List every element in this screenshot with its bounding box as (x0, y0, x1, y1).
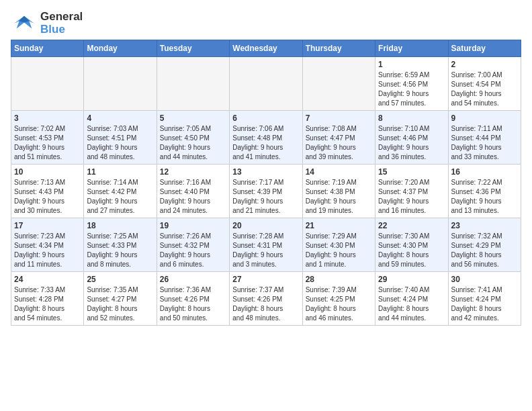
logo-icon (11, 13, 38, 34)
calendar-cell: 10Sunrise: 7:13 AM Sunset: 4:43 PM Dayli… (11, 165, 84, 218)
day-number: 25 (87, 275, 153, 284)
week-row-4: 17Sunrise: 7:23 AM Sunset: 4:34 PM Dayli… (11, 218, 521, 272)
day-number: 2 (451, 60, 518, 69)
calendar-cell: 15Sunrise: 7:20 AM Sunset: 4:37 PM Dayli… (375, 165, 448, 218)
day-number: 10 (14, 167, 81, 177)
day-number: 13 (232, 167, 299, 177)
weekday-header-friday: Friday (375, 40, 448, 57)
day-info: Sunrise: 7:20 AM Sunset: 4:37 PM Dayligh… (378, 178, 445, 216)
calendar-cell: 18Sunrise: 7:25 AM Sunset: 4:33 PM Dayli… (84, 218, 157, 272)
calendar-cell (11, 57, 84, 111)
logo-text-general: General (40, 11, 83, 24)
calendar-cell (157, 57, 229, 111)
calendar-cell: 1Sunrise: 6:59 AM Sunset: 4:56 PM Daylig… (375, 57, 448, 111)
day-info: Sunrise: 7:23 AM Sunset: 4:34 PM Dayligh… (14, 232, 81, 269)
day-number: 7 (306, 113, 372, 123)
calendar-cell: 5Sunrise: 7:05 AM Sunset: 4:50 PM Daylig… (157, 111, 229, 165)
day-number: 22 (378, 221, 445, 230)
calendar-cell (230, 57, 302, 111)
week-row-2: 3Sunrise: 7:02 AM Sunset: 4:53 PM Daylig… (11, 111, 521, 165)
calendar-cell: 24Sunrise: 7:33 AM Sunset: 4:28 PM Dayli… (11, 272, 84, 326)
logo: General Blue (11, 11, 83, 36)
weekday-header-wednesday: Wednesday (230, 40, 302, 57)
day-number: 28 (306, 275, 372, 284)
day-number: 23 (451, 221, 518, 230)
day-info: Sunrise: 7:16 AM Sunset: 4:40 PM Dayligh… (160, 178, 226, 216)
calendar-cell: 26Sunrise: 7:36 AM Sunset: 4:26 PM Dayli… (157, 272, 229, 326)
day-info: Sunrise: 7:40 AM Sunset: 4:24 PM Dayligh… (378, 285, 445, 323)
day-number: 20 (232, 221, 299, 230)
day-number: 3 (14, 113, 81, 123)
calendar-cell: 16Sunrise: 7:22 AM Sunset: 4:36 PM Dayli… (448, 165, 521, 218)
calendar-cell (84, 57, 157, 111)
weekday-header-saturday: Saturday (448, 40, 521, 57)
day-number: 24 (14, 275, 81, 284)
day-info: Sunrise: 7:17 AM Sunset: 4:39 PM Dayligh… (232, 178, 299, 216)
day-number: 16 (451, 167, 518, 177)
day-info: Sunrise: 7:37 AM Sunset: 4:26 PM Dayligh… (232, 285, 299, 323)
day-info: Sunrise: 7:05 AM Sunset: 4:50 PM Dayligh… (160, 124, 226, 162)
calendar-cell: 27Sunrise: 7:37 AM Sunset: 4:26 PM Dayli… (230, 272, 302, 326)
calendar-cell: 22Sunrise: 7:30 AM Sunset: 4:30 PM Dayli… (375, 218, 448, 272)
day-info: Sunrise: 7:33 AM Sunset: 4:28 PM Dayligh… (14, 285, 81, 323)
day-info: Sunrise: 7:19 AM Sunset: 4:38 PM Dayligh… (306, 178, 372, 216)
weekday-header-tuesday: Tuesday (157, 40, 229, 57)
day-info: Sunrise: 7:25 AM Sunset: 4:33 PM Dayligh… (87, 232, 153, 269)
day-info: Sunrise: 7:28 AM Sunset: 4:31 PM Dayligh… (232, 232, 299, 269)
day-number: 19 (160, 221, 226, 230)
day-info: Sunrise: 7:29 AM Sunset: 4:30 PM Dayligh… (306, 232, 372, 269)
day-number: 17 (14, 221, 81, 230)
day-info: Sunrise: 7:30 AM Sunset: 4:30 PM Dayligh… (378, 232, 445, 269)
day-info: Sunrise: 7:32 AM Sunset: 4:29 PM Dayligh… (451, 232, 518, 269)
weekday-header-sunday: Sunday (11, 40, 84, 57)
page: General Blue SundayMondayTuesdayWednesda… (0, 0, 532, 332)
calendar-cell: 14Sunrise: 7:19 AM Sunset: 4:38 PM Dayli… (302, 165, 375, 218)
day-number: 8 (378, 113, 445, 123)
day-number: 9 (451, 113, 518, 123)
day-info: Sunrise: 7:08 AM Sunset: 4:47 PM Dayligh… (306, 124, 372, 162)
week-row-3: 10Sunrise: 7:13 AM Sunset: 4:43 PM Dayli… (11, 165, 521, 218)
calendar-cell: 2Sunrise: 7:00 AM Sunset: 4:54 PM Daylig… (448, 57, 521, 111)
weekday-header-thursday: Thursday (302, 40, 375, 57)
day-info: Sunrise: 7:35 AM Sunset: 4:27 PM Dayligh… (87, 285, 153, 323)
day-number: 15 (378, 167, 445, 177)
calendar-table: SundayMondayTuesdayWednesdayThursdayFrid… (11, 40, 521, 326)
calendar-cell: 9Sunrise: 7:11 AM Sunset: 4:44 PM Daylig… (448, 111, 521, 165)
calendar-cell: 28Sunrise: 7:39 AM Sunset: 4:25 PM Dayli… (302, 272, 375, 326)
calendar-cell: 29Sunrise: 7:40 AM Sunset: 4:24 PM Dayli… (375, 272, 448, 326)
calendar-cell: 12Sunrise: 7:16 AM Sunset: 4:40 PM Dayli… (157, 165, 229, 218)
day-info: Sunrise: 7:41 AM Sunset: 4:24 PM Dayligh… (451, 285, 518, 323)
day-number: 21 (306, 221, 372, 230)
calendar-cell: 7Sunrise: 7:08 AM Sunset: 4:47 PM Daylig… (302, 111, 375, 165)
day-info: Sunrise: 7:39 AM Sunset: 4:25 PM Dayligh… (306, 285, 372, 323)
weekday-header-row: SundayMondayTuesdayWednesdayThursdayFrid… (11, 40, 521, 57)
day-info: Sunrise: 7:02 AM Sunset: 4:53 PM Dayligh… (14, 124, 81, 162)
calendar-cell: 13Sunrise: 7:17 AM Sunset: 4:39 PM Dayli… (230, 165, 302, 218)
day-info: Sunrise: 7:13 AM Sunset: 4:43 PM Dayligh… (14, 178, 81, 216)
day-number: 6 (232, 113, 299, 123)
calendar-cell: 17Sunrise: 7:23 AM Sunset: 4:34 PM Dayli… (11, 218, 84, 272)
day-info: Sunrise: 7:11 AM Sunset: 4:44 PM Dayligh… (451, 124, 518, 162)
day-info: Sunrise: 7:14 AM Sunset: 4:42 PM Dayligh… (87, 178, 153, 216)
calendar-cell: 3Sunrise: 7:02 AM Sunset: 4:53 PM Daylig… (11, 111, 84, 165)
day-info: Sunrise: 7:36 AM Sunset: 4:26 PM Dayligh… (160, 285, 226, 323)
calendar-cell: 8Sunrise: 7:10 AM Sunset: 4:46 PM Daylig… (375, 111, 448, 165)
header: General Blue (11, 11, 521, 36)
logo-text-blue: Blue (40, 24, 83, 36)
day-info: Sunrise: 7:03 AM Sunset: 4:51 PM Dayligh… (87, 124, 153, 162)
calendar-cell: 20Sunrise: 7:28 AM Sunset: 4:31 PM Dayli… (230, 218, 302, 272)
day-info: Sunrise: 7:26 AM Sunset: 4:32 PM Dayligh… (160, 232, 226, 269)
day-number: 30 (451, 275, 518, 284)
weekday-header-monday: Monday (84, 40, 157, 57)
day-number: 5 (160, 113, 226, 123)
day-number: 1 (378, 60, 445, 69)
day-number: 26 (160, 275, 226, 284)
calendar-cell: 30Sunrise: 7:41 AM Sunset: 4:24 PM Dayli… (448, 272, 521, 326)
day-info: Sunrise: 7:06 AM Sunset: 4:48 PM Dayligh… (232, 124, 299, 162)
day-number: 4 (87, 113, 153, 123)
day-info: Sunrise: 7:22 AM Sunset: 4:36 PM Dayligh… (451, 178, 518, 216)
week-row-5: 24Sunrise: 7:33 AM Sunset: 4:28 PM Dayli… (11, 272, 521, 326)
week-row-1: 1Sunrise: 6:59 AM Sunset: 4:56 PM Daylig… (11, 57, 521, 111)
day-number: 18 (87, 221, 153, 230)
day-number: 29 (378, 275, 445, 284)
